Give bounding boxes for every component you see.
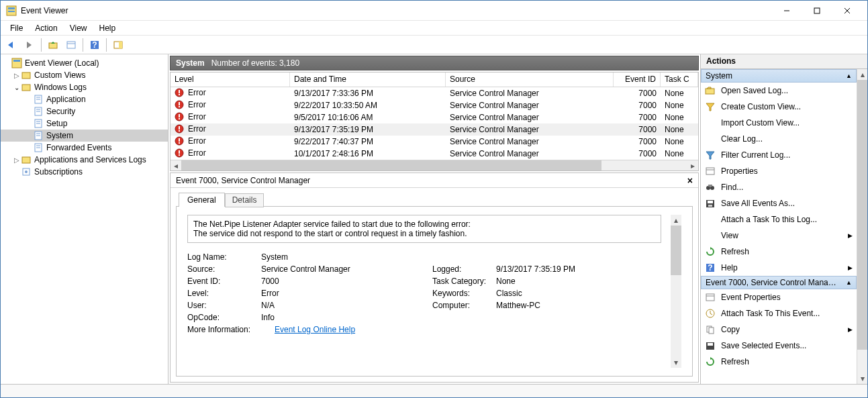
event-description: The Net.Pipe Listener Adapter service fa… (187, 215, 661, 243)
action-save-all-events[interactable]: Save All Events As... (701, 195, 857, 211)
col-task[interactable]: Task C (661, 72, 698, 87)
action-attach-task[interactable]: Attach a Task To this Log... (701, 211, 857, 228)
forward-button[interactable] (21, 38, 38, 52)
close-button[interactable] (832, 1, 862, 20)
event-row[interactable]: Error9/22/2017 7:40:37 PMService Control… (171, 136, 698, 148)
scroll-right-icon[interactable]: ▸ (687, 160, 698, 170)
help-toolbar-icon[interactable]: ? (87, 38, 103, 52)
scroll-down-icon[interactable]: ▾ (671, 357, 681, 368)
col-level[interactable]: Level (171, 72, 290, 87)
scroll-up-icon[interactable]: ▴ (671, 215, 681, 226)
menu-help[interactable]: Help (94, 22, 122, 34)
folder-up-icon[interactable] (45, 38, 61, 52)
action-properties[interactable]: Properties (701, 163, 857, 179)
error-icon (175, 112, 185, 123)
window-title: Event Viewer (21, 6, 771, 15)
action-save-selected[interactable]: Save Selected Events... (701, 338, 857, 354)
event-row[interactable]: Error9/13/2017 7:33:36 PMService Control… (171, 87, 698, 99)
action-filter-current-log[interactable]: Filter Current Log... (701, 147, 857, 163)
svg-marker-58 (707, 87, 711, 89)
tree-windows-logs[interactable]: ⌄Windows Logs (1, 81, 168, 93)
svg-rect-36 (22, 157, 30, 163)
action-refresh-2[interactable]: Refresh (701, 354, 857, 370)
action-event-properties[interactable]: Event Properties (701, 289, 857, 305)
svg-rect-80 (708, 343, 713, 346)
vscroll-thumb[interactable] (671, 226, 681, 275)
tree-log-application[interactable]: Application (1, 93, 168, 105)
properties-toolbar-icon[interactable] (63, 38, 79, 52)
svg-rect-47 (179, 118, 180, 119)
action-copy[interactable]: Copy▶ (701, 321, 857, 338)
action-import-custom-view[interactable]: Import Custom View... (701, 115, 857, 131)
svg-rect-57 (706, 89, 714, 94)
menu-action[interactable]: Action (30, 22, 62, 34)
menu-view[interactable]: View (64, 22, 93, 34)
menubar: File Action View Help (1, 21, 867, 36)
menu-file[interactable]: File (5, 22, 28, 34)
action-create-custom-view[interactable]: Create Custom View... (701, 99, 857, 115)
tab-details[interactable]: Details (225, 193, 264, 207)
action-view[interactable]: View▶ (701, 228, 857, 244)
col-eventid[interactable]: Event ID (614, 72, 661, 87)
actions-scroll-thumb[interactable] (857, 80, 867, 350)
tree-custom-views[interactable]: ▷Custom Views (1, 69, 168, 81)
help-icon: ? (705, 262, 716, 273)
scroll-left-icon[interactable]: ◂ (171, 160, 181, 170)
binoculars-icon (705, 182, 716, 193)
svg-rect-56 (179, 154, 180, 156)
actions-section-system[interactable]: System▲ (701, 69, 857, 83)
tree-root[interactable]: Event Viewer (Local) (1, 57, 168, 69)
actions-vscroll[interactable]: ▴ ▾ (857, 69, 867, 384)
scroll-down-icon[interactable]: ▾ (857, 373, 867, 384)
event-row[interactable]: Error9/5/2017 10:16:06 AMService Control… (171, 111, 698, 123)
show-actions-icon[interactable] (110, 38, 126, 52)
svg-rect-4 (814, 8, 820, 13)
event-row[interactable]: Error10/1/2017 2:48:16 PMService Control… (171, 148, 698, 160)
tree-subscriptions[interactable]: Subscriptions (1, 166, 168, 178)
collapse-icon: ▲ (846, 72, 852, 79)
actions-section-event[interactable]: Event 7000, Service Control Manager▲ (701, 276, 857, 289)
detail-vscroll[interactable]: ▴ ▾ (671, 215, 681, 368)
col-source[interactable]: Source (446, 72, 614, 87)
event-row[interactable]: Error9/13/2017 7:35:19 PMService Control… (171, 123, 698, 136)
svg-rect-67 (708, 201, 713, 203)
error-icon (175, 124, 185, 135)
action-attach-task-event[interactable]: Attach Task To This Event... (701, 305, 857, 321)
action-help[interactable]: ?Help▶ (701, 260, 857, 276)
event-grid: Level Date and Time Source Event ID Task… (170, 72, 699, 171)
save-icon (705, 198, 716, 209)
tree-log-system[interactable]: System (1, 130, 168, 142)
tree-log-security[interactable]: Security (1, 105, 168, 117)
svg-rect-9 (49, 43, 57, 48)
back-button[interactable] (3, 38, 19, 52)
hscroll-thumb[interactable] (181, 160, 601, 170)
action-find[interactable]: Find... (701, 179, 857, 195)
tree-log-setup[interactable]: Setup (1, 117, 168, 130)
online-help-link[interactable]: Event Log Online Help (275, 325, 355, 334)
col-date[interactable]: Date and Time (290, 72, 446, 87)
maximize-button[interactable] (802, 1, 832, 20)
action-open-saved-log[interactable]: Open Saved Log... (701, 83, 857, 99)
event-row[interactable]: Error9/22/2017 10:33:50 AMService Contro… (171, 99, 698, 111)
minimize-button[interactable] (771, 1, 802, 20)
action-refresh[interactable]: Refresh (701, 244, 857, 260)
tree-apps-services[interactable]: ▷Applications and Services Logs (1, 154, 168, 166)
detail-close-icon[interactable]: × (687, 175, 693, 186)
svg-rect-11 (67, 42, 75, 48)
refresh-icon (705, 246, 716, 257)
blank-icon (705, 117, 716, 128)
svg-rect-19 (22, 72, 30, 79)
svg-rect-53 (179, 142, 180, 144)
list-header-count: Number of events: 3,180 (211, 58, 299, 68)
grid-hscroll[interactable]: ◂ ▸ (171, 160, 698, 170)
action-clear-log[interactable]: Clear Log... (701, 131, 857, 147)
detail-title: Event 7000, Service Control Manager (176, 176, 310, 185)
svg-rect-55 (179, 150, 180, 154)
tree-log-forwarded[interactable]: Forwarded Events (1, 142, 168, 154)
grid-header[interactable]: Level Date and Time Source Event ID Task… (171, 72, 698, 87)
svg-rect-40 (179, 90, 180, 93)
tab-general[interactable]: General (179, 193, 225, 207)
scroll-up-icon[interactable]: ▴ (857, 69, 867, 80)
tree-pane[interactable]: Event Viewer (Local) ▷Custom Views ⌄Wind… (1, 54, 168, 384)
actions-title: Actions (701, 54, 867, 69)
